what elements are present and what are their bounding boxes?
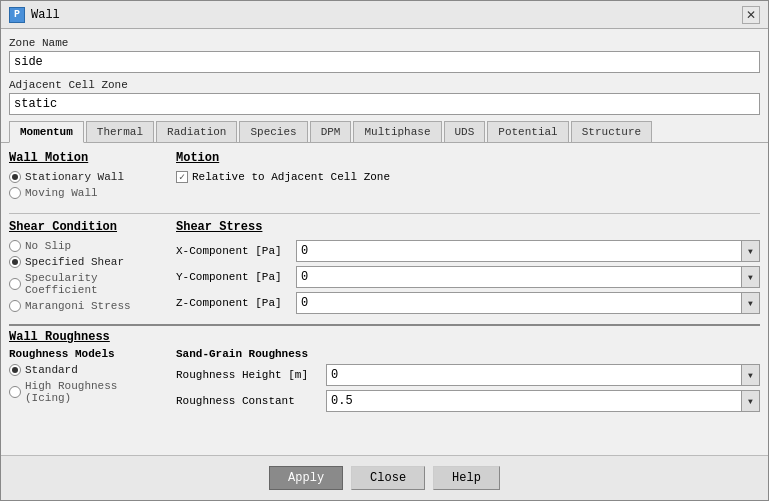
roughness-inner: Roughness Models Standard High Roughness… xyxy=(9,348,760,416)
no-slip-radio[interactable] xyxy=(9,240,21,252)
adjacent-cell-zone-label: Adjacent Cell Zone xyxy=(9,79,760,91)
shear-condition-radio-group: No Slip Specified Shear Specularity Coef… xyxy=(9,240,164,312)
z-component-input[interactable] xyxy=(297,294,741,312)
x-component-input-wrap: ▼ xyxy=(296,240,760,262)
apply-button[interactable]: Apply xyxy=(269,466,343,490)
standard-roughness-option[interactable]: Standard xyxy=(9,364,164,376)
x-component-input[interactable] xyxy=(297,242,741,260)
moving-wall-radio[interactable] xyxy=(9,187,21,199)
z-component-label: Z-Component [Pa] xyxy=(176,297,296,309)
sand-grain-roughness-section: Sand-Grain Roughness Roughness Height [m… xyxy=(176,348,760,416)
z-component-row: Z-Component [Pa] ▼ xyxy=(176,292,760,314)
roughness-models-radio-group: Standard High Roughness (Icing) xyxy=(9,364,164,404)
roughness-models-header: Roughness Models xyxy=(9,348,164,360)
main-window: P Wall ✕ Zone Name Adjacent Cell Zone Mo… xyxy=(0,0,769,501)
zone-name-label: Zone Name xyxy=(9,37,760,49)
tab-uds[interactable]: UDS xyxy=(444,121,486,142)
specified-shear-option[interactable]: Specified Shear xyxy=(9,256,164,268)
tab-species[interactable]: Species xyxy=(239,121,307,142)
sand-grain-header: Sand-Grain Roughness xyxy=(176,348,760,360)
roughness-constant-row: Roughness Constant ▼ xyxy=(176,390,760,412)
specified-shear-radio[interactable] xyxy=(9,256,21,268)
stationary-wall-option[interactable]: Stationary Wall xyxy=(9,171,164,183)
roughness-constant-label: Roughness Constant xyxy=(176,395,326,407)
y-component-dropdown[interactable]: ▼ xyxy=(741,267,759,287)
tab-content-momentum: Wall Motion Stationary Wall Moving Wall xyxy=(9,143,760,455)
roughness-constant-input-wrap: ▼ xyxy=(326,390,760,412)
x-component-row: X-Component [Pa] ▼ xyxy=(176,240,760,262)
y-component-input-wrap: ▼ xyxy=(296,266,760,288)
shear-condition-section: Shear Condition No Slip Specified Shear xyxy=(9,220,164,320)
wall-motion-section: Wall Motion Stationary Wall Moving Wall xyxy=(9,151,164,207)
tab-multiphase[interactable]: Multiphase xyxy=(353,121,441,142)
help-button[interactable]: Help xyxy=(433,466,500,490)
x-component-label: X-Component [Pa] xyxy=(176,245,296,257)
high-roughness-radio[interactable] xyxy=(9,386,21,398)
close-button[interactable]: Close xyxy=(351,466,425,490)
roughness-models-section: Roughness Models Standard High Roughness… xyxy=(9,348,164,416)
marangoni-stress-radio[interactable] xyxy=(9,300,21,312)
roughness-height-input[interactable] xyxy=(327,366,741,384)
x-component-dropdown[interactable]: ▼ xyxy=(741,241,759,261)
stationary-wall-radio[interactable] xyxy=(9,171,21,183)
tab-radiation[interactable]: Radiation xyxy=(156,121,237,142)
roughness-constant-input[interactable] xyxy=(327,392,741,410)
wall-motion-radio-group: Stationary Wall Moving Wall xyxy=(9,171,164,199)
wall-motion-header: Wall Motion xyxy=(9,151,164,165)
content-area: Zone Name Adjacent Cell Zone Momentum Th… xyxy=(1,29,768,455)
y-component-input[interactable] xyxy=(297,268,741,286)
standard-roughness-radio[interactable] xyxy=(9,364,21,376)
window-title: Wall xyxy=(31,8,60,22)
tab-thermal[interactable]: Thermal xyxy=(86,121,154,142)
specularity-coefficient-radio[interactable] xyxy=(9,278,21,290)
wall-roughness-header: Wall Roughness xyxy=(9,330,760,344)
z-component-dropdown[interactable]: ▼ xyxy=(741,293,759,313)
tab-dpm[interactable]: DPM xyxy=(310,121,352,142)
roughness-height-row: Roughness Height [m] ▼ xyxy=(176,364,760,386)
close-window-button[interactable]: ✕ xyxy=(742,6,760,24)
tab-momentum[interactable]: Momentum xyxy=(9,121,84,143)
marangoni-stress-option[interactable]: Marangoni Stress xyxy=(9,300,164,312)
roughness-height-label: Roughness Height [m] xyxy=(176,369,326,381)
shear-stress-section: Shear Stress X-Component [Pa] ▼ Y-Compon… xyxy=(176,220,760,320)
title-bar-left: P Wall xyxy=(9,7,60,23)
adjacent-cell-zone-input[interactable] xyxy=(9,93,760,115)
footer: Apply Close Help xyxy=(1,455,768,500)
high-roughness-option[interactable]: High Roughness (Icing) xyxy=(9,380,164,404)
relative-to-adjacent-checkbox[interactable]: ✓ xyxy=(176,171,188,183)
y-component-row: Y-Component [Pa] ▼ xyxy=(176,266,760,288)
tab-structure[interactable]: Structure xyxy=(571,121,652,142)
zone-name-input[interactable] xyxy=(9,51,760,73)
roughness-height-dropdown[interactable]: ▼ xyxy=(741,365,759,385)
y-component-label: Y-Component [Pa] xyxy=(176,271,296,283)
motion-header: Motion xyxy=(176,151,760,165)
title-bar: P Wall ✕ xyxy=(1,1,768,29)
relative-to-adjacent-checkbox-item[interactable]: ✓ Relative to Adjacent Cell Zone xyxy=(176,171,760,183)
z-component-input-wrap: ▼ xyxy=(296,292,760,314)
moving-wall-option[interactable]: Moving Wall xyxy=(9,187,164,199)
wall-roughness-container: Wall Roughness Roughness Models Standard… xyxy=(9,324,760,416)
tabs-bar: Momentum Thermal Radiation Species DPM M… xyxy=(1,121,768,143)
no-slip-option[interactable]: No Slip xyxy=(9,240,164,252)
motion-section: Motion ✓ Relative to Adjacent Cell Zone xyxy=(176,151,760,207)
tab-potential[interactable]: Potential xyxy=(487,121,568,142)
window-icon: P xyxy=(9,7,25,23)
roughness-constant-dropdown[interactable]: ▼ xyxy=(741,391,759,411)
roughness-height-input-wrap: ▼ xyxy=(326,364,760,386)
shear-stress-header: Shear Stress xyxy=(176,220,760,234)
shear-condition-header: Shear Condition xyxy=(9,220,164,234)
specularity-coefficient-option[interactable]: Specularity Coefficient xyxy=(9,272,164,296)
